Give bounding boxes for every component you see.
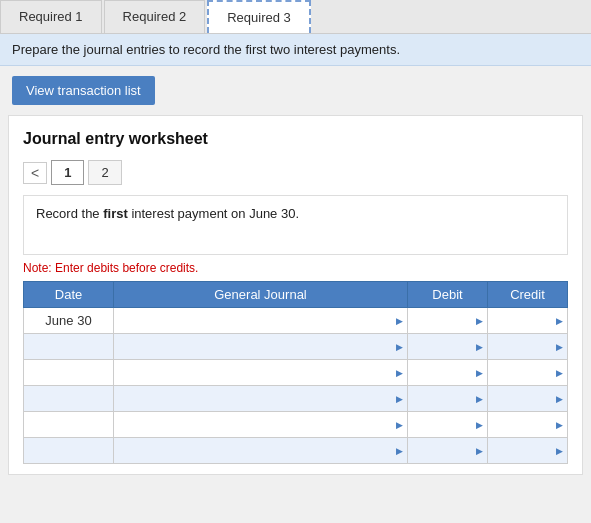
credit-input-cell[interactable] [488,308,568,334]
info-text: Prepare the journal entries to record th… [12,42,400,57]
journal-input-cell[interactable] [114,334,408,360]
credit-input[interactable] [488,360,567,385]
credit-input-cell[interactable] [488,334,568,360]
journal-input[interactable] [114,386,407,411]
date-cell [24,412,114,438]
journal-table: Date General Journal Debit Credit June 3… [23,281,568,464]
credit-input[interactable] [488,438,567,463]
table-row [24,412,568,438]
table-row [24,386,568,412]
journal-input-cell[interactable] [114,438,408,464]
date-cell [24,386,114,412]
journal-input[interactable] [114,412,407,437]
journal-input[interactable] [114,360,407,385]
debit-input-cell[interactable] [408,334,488,360]
journal-card: Journal entry worksheet < 1 2 Record the… [8,115,583,475]
journal-input-cell[interactable] [114,308,408,334]
journal-input[interactable] [114,334,407,359]
col-header-journal: General Journal [114,282,408,308]
debit-input[interactable] [408,386,487,411]
table-row [24,438,568,464]
description-text: Record the first interest payment on Jun… [36,206,299,221]
date-cell: June 30 [24,308,114,334]
tabs-bar: Required 1 Required 2 Required 3 [0,0,591,34]
credit-input[interactable] [488,412,567,437]
tab-required-2[interactable]: Required 2 [104,0,206,33]
entry-tab-1[interactable]: 1 [51,160,84,185]
debit-input-cell[interactable] [408,412,488,438]
debit-input-cell[interactable] [408,386,488,412]
journal-input[interactable] [114,308,407,333]
credit-input-cell[interactable] [488,438,568,464]
date-cell [24,360,114,386]
note-text: Note: Enter debits before credits. [23,261,568,275]
table-row [24,334,568,360]
debit-input[interactable] [408,308,487,333]
date-cell [24,438,114,464]
col-header-date: Date [24,282,114,308]
info-bar: Prepare the journal entries to record th… [0,34,591,66]
debit-input[interactable] [408,334,487,359]
debit-input[interactable] [408,438,487,463]
entry-tabs-row: < 1 2 [23,160,568,185]
journal-input[interactable] [114,438,407,463]
journal-input-cell[interactable] [114,386,408,412]
credit-input[interactable] [488,308,567,333]
debit-input[interactable] [408,412,487,437]
col-header-credit: Credit [488,282,568,308]
debit-input-cell[interactable] [408,360,488,386]
view-transaction-button[interactable]: View transaction list [12,76,155,105]
debit-input-cell[interactable] [408,438,488,464]
table-row [24,360,568,386]
journal-title: Journal entry worksheet [23,130,568,148]
credit-input-cell[interactable] [488,360,568,386]
tab-required-3[interactable]: Required 3 [207,0,311,33]
description-highlight: first [103,206,128,221]
credit-input[interactable] [488,334,567,359]
credit-input[interactable] [488,386,567,411]
date-cell [24,334,114,360]
entry-tab-2[interactable]: 2 [88,160,121,185]
table-row: June 30 [24,308,568,334]
tab-required-1[interactable]: Required 1 [0,0,102,33]
entry-prev-button[interactable]: < [23,162,47,184]
description-box: Record the first interest payment on Jun… [23,195,568,255]
journal-input-cell[interactable] [114,360,408,386]
debit-input[interactable] [408,360,487,385]
journal-input-cell[interactable] [114,412,408,438]
credit-input-cell[interactable] [488,386,568,412]
credit-input-cell[interactable] [488,412,568,438]
col-header-debit: Debit [408,282,488,308]
debit-input-cell[interactable] [408,308,488,334]
